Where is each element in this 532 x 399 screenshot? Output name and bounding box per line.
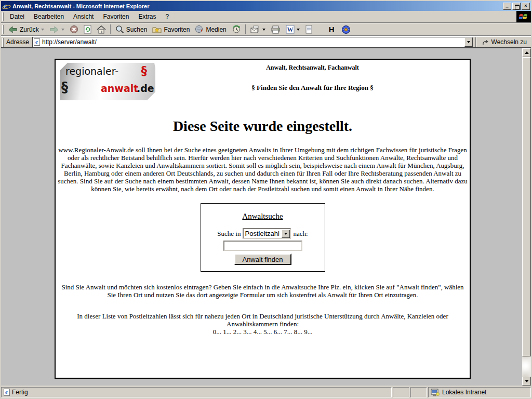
mail-icon bbox=[250, 25, 260, 34]
status-pane: e Fertig bbox=[1, 387, 392, 397]
search-prefix-label: Suche in bbox=[217, 230, 241, 238]
back-dropdown-icon[interactable] bbox=[41, 29, 44, 31]
search-input[interactable] bbox=[223, 241, 302, 251]
close-button[interactable]: × bbox=[522, 3, 530, 10]
favorites-label: Favoriten bbox=[164, 26, 190, 33]
select-value: Postleitzahl bbox=[244, 230, 282, 237]
select-dropdown-button[interactable] bbox=[282, 230, 290, 238]
minimize-button[interactable]: _ bbox=[503, 3, 511, 10]
arrow-down-icon bbox=[525, 380, 529, 382]
menu-ansicht[interactable]: Ansicht bbox=[69, 11, 98, 22]
status-bar: e Fertig Lokales Intranet bbox=[1, 385, 531, 397]
toolbar-separator bbox=[110, 24, 111, 34]
refresh-icon bbox=[84, 25, 91, 34]
toolbar-grip[interactable] bbox=[2, 38, 4, 47]
vertical-scrollbar[interactable] bbox=[522, 48, 531, 385]
back-arrow-icon bbox=[8, 25, 18, 34]
menu-bearbeiten[interactable]: Bearbeiten bbox=[29, 11, 69, 22]
status-text: Fertig bbox=[12, 389, 28, 396]
address-url[interactable]: http://server/anwalt/ bbox=[42, 38, 464, 46]
history-button[interactable] bbox=[229, 23, 244, 35]
logo-section-icon-left: § bbox=[61, 79, 68, 95]
logo-text-de: .de bbox=[137, 83, 154, 94]
anwalt-finden-button[interactable]: Anwalt finden bbox=[234, 254, 291, 265]
zone-text: Lokales Intranet bbox=[442, 389, 486, 396]
history-icon bbox=[232, 25, 241, 34]
search-button[interactable]: Suchen bbox=[113, 23, 150, 35]
stop-icon bbox=[70, 25, 78, 34]
forward-dropdown-icon[interactable] bbox=[61, 29, 64, 31]
arrow-up-icon bbox=[525, 51, 529, 54]
browser-viewport: regionaler- § § anwalt .de Anwalt, Recht… bbox=[1, 48, 531, 385]
ie-logo-icon: e bbox=[2, 2, 10, 10]
go-arrow-icon bbox=[482, 38, 490, 46]
media-label: Medien bbox=[206, 26, 226, 33]
menu-favoriten[interactable]: Favoriten bbox=[98, 11, 134, 22]
menu-extras[interactable]: Extras bbox=[134, 11, 161, 22]
search-criteria-row: Suche in Postleitzahl nach: bbox=[201, 228, 325, 239]
page-content: regionaler- § § anwalt .de Anwalt, Recht… bbox=[55, 59, 471, 379]
stop-button[interactable] bbox=[67, 23, 81, 35]
mail-button[interactable] bbox=[248, 23, 268, 35]
favorites-button[interactable]: Favoriten bbox=[150, 23, 192, 35]
print-button[interactable] bbox=[268, 23, 283, 35]
title-bar: e Anwalt, Rechtsanwalt - Microsoft Inter… bbox=[1, 1, 531, 11]
ie-page-icon: e bbox=[34, 38, 40, 46]
ie-page-icon: e bbox=[4, 389, 10, 396]
word-icon: W bbox=[286, 25, 295, 34]
toolbar-grip[interactable] bbox=[2, 25, 4, 34]
menu-datei[interactable]: Datei bbox=[5, 11, 29, 22]
plz-links[interactable]: 0... 1... 2... 3... 4... 5... 6... 7... … bbox=[56, 328, 470, 336]
search-label: Suchen bbox=[126, 26, 148, 33]
edit-word-button[interactable]: W bbox=[283, 23, 302, 35]
register-paragraph: Sind Sie Anwalt und möchten sich kostenl… bbox=[56, 283, 470, 299]
toolbar-grip[interactable] bbox=[2, 12, 4, 21]
chevron-down-icon bbox=[284, 233, 287, 235]
home-icon bbox=[97, 25, 106, 34]
refresh-button[interactable] bbox=[81, 23, 94, 35]
scroll-up-button[interactable] bbox=[522, 48, 531, 57]
page-title: Diese Seite wurde eingestellt. bbox=[56, 118, 470, 135]
toolbar-separator bbox=[245, 24, 246, 34]
scrollbar-thumb[interactable] bbox=[522, 57, 531, 356]
address-bar: Adresse e http://server/anwalt/ Wechseln… bbox=[1, 36, 531, 48]
page-header: regionaler- § § anwalt .de Anwalt, Recht… bbox=[56, 60, 470, 100]
address-dropdown-button[interactable] bbox=[464, 37, 473, 47]
address-label: Adresse bbox=[6, 38, 29, 46]
restore-button[interactable] bbox=[512, 3, 521, 10]
security-zone-pane: Lokales Intranet bbox=[428, 387, 531, 397]
back-button[interactable]: Zurück bbox=[5, 23, 47, 35]
address-input[interactable]: e http://server/anwalt/ bbox=[32, 37, 473, 47]
menu-bar: Datei Bearbeiten Ansicht Favoriten Extra… bbox=[1, 11, 531, 23]
status-pane-empty bbox=[393, 387, 409, 397]
home-button[interactable] bbox=[94, 23, 109, 35]
search-type-select[interactable]: Postleitzahl bbox=[243, 228, 291, 239]
menu-hilfe[interactable]: ? bbox=[161, 11, 174, 22]
print-icon bbox=[271, 25, 281, 34]
search-box-title: Anwaltsuche bbox=[242, 212, 283, 221]
forward-button[interactable] bbox=[47, 23, 67, 35]
back-label: Zurück bbox=[20, 26, 39, 33]
chevron-down-icon bbox=[467, 41, 470, 43]
regionaler-anwalt-logo: regionaler- § § anwalt .de bbox=[60, 63, 155, 100]
edit-page-button[interactable] bbox=[302, 23, 315, 35]
edit-page-icon bbox=[305, 25, 313, 34]
anwaltsuche-box: Anwaltsuche Suche in Postleitzahl nach: … bbox=[201, 203, 325, 272]
standard-toolbar: Zurück bbox=[1, 23, 531, 36]
mail-dropdown-icon[interactable] bbox=[262, 29, 265, 31]
media-icon bbox=[195, 25, 204, 34]
logo-section-icon-top: § bbox=[141, 64, 148, 77]
blue-gear-button[interactable] bbox=[339, 23, 353, 35]
scroll-down-button[interactable] bbox=[522, 377, 531, 385]
intranet-icon bbox=[431, 389, 440, 396]
blue-gear-icon bbox=[341, 25, 351, 34]
intro-paragraph: www.Regionaler-Anwalt.de soll Ihnen bei … bbox=[56, 146, 470, 193]
search-suffix-label: nach: bbox=[293, 230, 308, 238]
status-pane-empty bbox=[410, 387, 427, 397]
media-button[interactable]: Medien bbox=[192, 23, 229, 35]
go-button[interactable]: Wechseln zu bbox=[478, 38, 531, 46]
h-toolbar-button[interactable]: H bbox=[325, 23, 339, 35]
word-dropdown-icon[interactable] bbox=[297, 29, 300, 31]
logo-text-anwalt: anwalt bbox=[101, 83, 138, 94]
plz-list-paragraph: In dieser Liste von Postleitzahlen lässt… bbox=[56, 312, 470, 328]
